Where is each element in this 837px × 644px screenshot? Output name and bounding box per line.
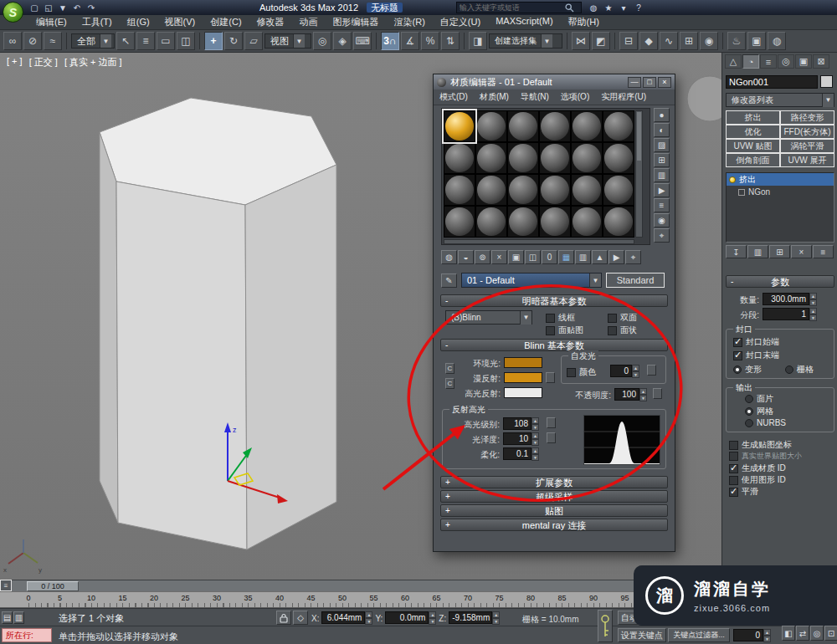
spinner-up-icon[interactable]: ▲ [429, 611, 436, 618]
smooth-checkbox[interactable]: 平滑 [729, 486, 758, 498]
modifier-set-button[interactable]: 倒角剖面 [726, 153, 780, 167]
material-editor-window[interactable]: 材质编辑器 - 01 - Default — □ × 模式(D)材质(M)导航(… [433, 74, 675, 552]
scrollbar-thumb[interactable] [637, 112, 641, 161]
sample-vertical-scrollbar[interactable] [635, 110, 643, 238]
glossiness-spinner[interactable]: 10▲▼ [503, 432, 539, 446]
checkbox-box[interactable] [608, 314, 617, 323]
diffuse-color-swatch[interactable] [504, 372, 542, 383]
menu-item[interactable]: 工具(T) [74, 16, 120, 28]
close-icon[interactable]: × [658, 77, 671, 88]
go-forward-to-sibling-icon[interactable]: ▶ [608, 250, 624, 264]
select-and-move-icon[interactable]: + [204, 32, 223, 50]
specular-color-swatch[interactable] [504, 387, 542, 398]
backlight-icon[interactable]: ◐ [654, 123, 670, 137]
spinner-arrows[interactable]: ▲▼ [492, 611, 500, 625]
mat-editor-menu-item[interactable]: 导航(N) [515, 91, 555, 103]
hierarchy-tab-icon[interactable]: ≡ [760, 54, 777, 69]
minimize-icon[interactable]: — [628, 77, 641, 88]
current-frame-spinner[interactable]: 0▲▼ [733, 629, 771, 642]
modifier-set-button[interactable]: UVW 展开 [780, 153, 834, 167]
eyedropper-icon[interactable]: ✎ [441, 273, 457, 288]
spinner-down-icon[interactable]: ▼ [639, 395, 647, 401]
face-map-checkbox[interactable]: 面贴图 [546, 325, 583, 336]
lock-diffuse-specular-icon[interactable]: C [445, 378, 454, 389]
mat-editor-menu-item[interactable]: 模式(D) [434, 91, 474, 103]
schematic-view-icon[interactable]: ⊞ [680, 32, 698, 50]
two-sided-checkbox[interactable]: 双面 [608, 312, 637, 324]
prism-left-face[interactable] [100, 132, 118, 523]
material-name-dropdown[interactable]: 01 - Default▼ [461, 273, 602, 288]
self-illum-color-checkbox[interactable]: 颜色 [567, 366, 596, 378]
cap-start-checkbox[interactable]: 封口始端 [733, 336, 779, 348]
make-unique-icon[interactable]: ▣ [508, 250, 524, 264]
create-tab-icon[interactable]: △ [725, 54, 742, 69]
menu-item[interactable]: 帮助(H) [561, 16, 607, 28]
faceted-checkbox[interactable]: 面状 [608, 325, 637, 336]
search-icon[interactable] [565, 3, 574, 13]
checkbox-box[interactable] [546, 326, 555, 335]
radio-circle[interactable] [733, 365, 742, 374]
spinner-arrows[interactable]: ▲▼ [632, 365, 639, 378]
stack-item-selected[interactable]: 挤出 [727, 173, 834, 186]
rollout-header[interactable]: -Blinn 基本参数 [440, 339, 668, 351]
favorites-star-icon[interactable]: ★ [603, 2, 614, 13]
save-file-icon[interactable]: ▼ [57, 2, 69, 13]
options-icon[interactable]: ≡ [654, 198, 670, 212]
video-color-check-icon[interactable]: ▥ [654, 168, 670, 182]
render-production-icon[interactable]: ◍ [768, 32, 786, 50]
radio-circle[interactable] [745, 419, 753, 427]
material-editor-icon[interactable]: ◉ [700, 32, 718, 50]
material-sample-slot[interactable] [539, 142, 571, 174]
put-to-library-icon[interactable]: ◫ [525, 250, 541, 264]
menu-item[interactable]: 创建(C) [203, 16, 249, 28]
prism-front-face[interactable] [116, 181, 247, 549]
x-value[interactable]: 6.044mm [321, 611, 365, 624]
mat-editor-menu-item[interactable]: 实用程序(U) [595, 91, 652, 103]
material-id-channel-icon[interactable]: 0 [542, 250, 557, 264]
y-value[interactable]: 0.0mm [385, 611, 429, 624]
rectangular-selection-region-icon[interactable]: ▭ [157, 32, 175, 50]
application-menu-button[interactable]: S [3, 2, 23, 23]
spinner-up-icon[interactable]: ▲ [809, 293, 817, 299]
spinner-up-icon[interactable]: ▲ [531, 432, 539, 439]
material-sample-slot[interactable] [444, 206, 475, 238]
self-illum-map-button[interactable] [647, 365, 656, 376]
set-key-mode-button[interactable]: 设置关键点 [618, 628, 666, 642]
selection-lock-icon[interactable] [276, 611, 291, 625]
menu-item[interactable]: 动画 [292, 16, 326, 28]
rollout-header[interactable]: +超级采样 [440, 490, 668, 503]
select-and-link-icon[interactable]: ∞ [3, 32, 22, 50]
spinner-down-icon[interactable]: ▼ [531, 424, 539, 431]
material-sample-slot[interactable] [571, 206, 603, 238]
render-setup-icon[interactable]: ♨ [727, 32, 746, 50]
modifier-set-button[interactable]: 路径变形 [780, 110, 834, 125]
menu-item[interactable]: 修改器 [249, 16, 292, 28]
soften-spinner[interactable]: 0.1▲▼ [503, 447, 539, 461]
material-sample-slot[interactable] [444, 174, 475, 206]
orbit-icon[interactable]: ◎ [810, 626, 824, 641]
unlink-selection-icon[interactable]: ⊘ [23, 32, 42, 50]
material-sample-slot[interactable] [571, 142, 603, 174]
spinner-arrows[interactable]: ▲▼ [809, 293, 817, 306]
checkbox-box[interactable] [729, 452, 738, 461]
motion-tab-icon[interactable]: ◎ [778, 54, 794, 69]
mesh-radio[interactable]: 网格 [745, 406, 773, 417]
opacity-map-button[interactable] [653, 388, 662, 399]
edit-named-selection-sets-icon[interactable]: ◨ [469, 32, 487, 50]
search-input[interactable] [460, 3, 565, 12]
configure-modifier-sets-icon[interactable]: ≡ [813, 245, 834, 258]
diffuse-map-button[interactable] [546, 372, 555, 383]
radio-circle[interactable] [745, 407, 753, 416]
bind-to-space-warp-icon[interactable]: ≈ [44, 32, 62, 50]
mini-listener-icon[interactable]: ▤ [2, 611, 13, 624]
assign-material-to-selection-icon[interactable]: ⊚ [475, 250, 490, 264]
material-sample-slot[interactable] [603, 206, 634, 238]
material-map-navigator-icon[interactable]: ⌖ [654, 228, 670, 243]
material-sample-slot[interactable] [507, 174, 539, 206]
spinner-arrows[interactable]: ▲▼ [809, 308, 817, 321]
checkbox-box[interactable] [729, 488, 738, 497]
rollout-header[interactable]: -参数 [726, 275, 834, 288]
percent-snap-icon[interactable]: % [421, 32, 439, 50]
specular-level-value[interactable]: 108 [503, 417, 531, 430]
get-material-icon[interactable]: ◍ [441, 250, 457, 264]
